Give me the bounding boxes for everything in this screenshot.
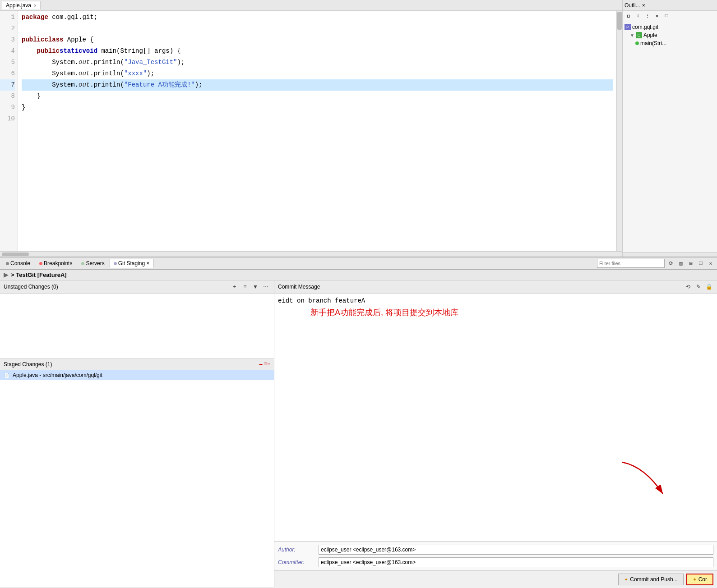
git-staging-panel: ▶ > TestGit [FeatureA] Unstaged Changes … <box>0 270 717 588</box>
editor-content: 1 2 3 4 5 6 7 8 9 10 package com.gql.git… <box>0 11 622 251</box>
outline-item-method[interactable]: main(Stri... <box>624 39 715 47</box>
line-number-4: 4 <box>0 46 15 57</box>
collapse-arrow-icon: ▼ <box>630 33 634 38</box>
outline-btn-4[interactable]: ✕ <box>653 12 661 20</box>
git-body: Unstaged Changes (0) + ≡ ▼ ⋯ Staged Chan… <box>0 280 717 588</box>
commit-committer-input[interactable] <box>319 557 713 567</box>
commit-push-icon: ✦ <box>624 577 628 583</box>
commit-header-label: Commit Message <box>278 284 320 290</box>
line-numbers: 1 2 3 4 5 6 7 8 9 10 <box>0 11 18 251</box>
staged-remove-all-icon[interactable]: ≡− <box>264 361 270 368</box>
console-dot-icon <box>6 262 9 265</box>
commit-buttons: ✦ Commit and Push... ✦ Cor <box>274 570 717 588</box>
tab-breakpoints[interactable]: Breakpoints <box>35 259 76 268</box>
bottom-tabs-bar: Console Breakpoints Servers Git Staging … <box>0 257 717 270</box>
commit-author-row: Author: <box>278 543 713 556</box>
line-number-1: 1 <box>0 12 15 23</box>
filter-area: ⟳ ▤ ⊟ □ ✕ <box>597 259 715 268</box>
unstaged-section-header: Unstaged Changes (0) + ≡ ▼ ⋯ <box>0 280 274 294</box>
commit-and-push-label: Commit and Push... <box>630 576 677 583</box>
staged-remove-icon[interactable]: − <box>259 361 263 368</box>
outline-hscroll[interactable] <box>623 252 717 257</box>
commit-header: Commit Message ⟲ ✎ 🔒 <box>274 280 717 294</box>
outline-btn-1[interactable]: ⊟ <box>624 12 633 20</box>
class-icon: C <box>636 32 642 38</box>
outline-btn-5[interactable]: □ <box>662 12 671 20</box>
staged-content: 📄 Apple.java - src/main/java/com/gql/git <box>0 370 274 588</box>
editor-tab-bar: Apple.java × <box>0 0 622 11</box>
unstaged-add-icon[interactable]: + <box>230 282 239 291</box>
line-number-3: 3 <box>0 34 15 46</box>
filter-icon-4[interactable]: □ <box>696 259 705 268</box>
git-header-icon: ▶ <box>4 271 8 278</box>
commit-icon: ✦ <box>693 577 697 583</box>
outline-btn-2[interactable]: ↕ <box>634 12 642 20</box>
code-line-1: package com.gql.git; <box>22 12 613 23</box>
editor-tab-close-icon[interactable]: × <box>34 3 37 8</box>
unstaged-menu-icon[interactable]: ≡ <box>241 282 250 291</box>
commit-button[interactable]: ✦ Cor <box>686 574 713 585</box>
outline-toolbar: ⊟ ↕ ⋮ ✕ □ <box>623 11 717 21</box>
outline-item-class[interactable]: ▼ C Apple <box>624 31 715 39</box>
staged-file-item-0[interactable]: 📄 Apple.java - src/main/java/com/gql/git <box>0 370 274 380</box>
commit-textarea-container: eidt on branch featureA 新手把A功能完成后, 将项目提交… <box>274 294 717 541</box>
tab-console[interactable]: Console <box>2 259 34 268</box>
filter-icon-2[interactable]: ▤ <box>676 259 685 268</box>
outline-item-package[interactable]: P com.gql.git <box>624 23 715 31</box>
tab-git-staging-label: Git Staging <box>118 260 145 266</box>
line-number-6: 6 <box>0 68 15 79</box>
staged-section-icons: − ≡− <box>259 361 270 368</box>
staged-file-label: Apple.java - src/main/java/com/gql/git <box>13 372 102 378</box>
commit-icon-2[interactable]: ✎ <box>694 282 703 291</box>
unstaged-section-icons: + ≡ ▼ ⋯ <box>230 282 270 291</box>
outline-package-label: com.gql.git <box>632 24 658 30</box>
outline-tree: P com.gql.git ▼ C Apple main(Stri... <box>623 21 717 252</box>
filter-icon-3[interactable]: ⊟ <box>686 259 695 268</box>
editor-vscroll-thumb[interactable] <box>617 12 622 30</box>
tab-git-staging[interactable]: Git Staging × <box>110 259 153 268</box>
filter-input[interactable] <box>597 259 665 268</box>
line-number-5: 5 <box>0 57 15 68</box>
line-number-2: 2 <box>0 23 15 34</box>
tab-servers-label: Servers <box>86 260 104 266</box>
commit-icon-3[interactable]: 🔒 <box>704 282 713 291</box>
filter-icon-5[interactable]: ✕ <box>706 259 715 268</box>
unstaged-expand-icon[interactable]: ▼ <box>251 282 260 291</box>
outline-btn-3[interactable]: ⋮ <box>643 12 652 20</box>
outline-class-label: Apple <box>643 32 657 38</box>
code-line-4: public static void main(String[] args) { <box>22 46 613 57</box>
editor-tab-apple-java[interactable]: Apple.java × <box>2 1 41 9</box>
package-icon: P <box>624 24 631 30</box>
commit-textarea[interactable]: eidt on branch featureA <box>274 294 717 541</box>
commit-label: Cor <box>698 576 707 583</box>
commit-and-push-button[interactable]: ✦ Commit and Push... <box>618 574 683 585</box>
commit-committer-label: Committer: <box>278 559 319 565</box>
servers-dot-icon <box>81 262 84 265</box>
method-dot-icon <box>635 41 639 45</box>
code-area[interactable]: package com.gql.git; public class Apple … <box>18 11 616 251</box>
line-number-8: 8 <box>0 91 15 102</box>
outline-tab-bar: Outli... × <box>623 0 717 11</box>
commit-icon-1[interactable]: ⟲ <box>684 282 693 291</box>
staged-file-icon: 📄 <box>4 372 10 378</box>
git-staging-close-icon[interactable]: × <box>146 260 149 266</box>
git-left-panel: Unstaged Changes (0) + ≡ ▼ ⋯ Staged Chan… <box>0 280 274 588</box>
editor-panel: Apple.java × 1 2 3 4 5 6 7 8 9 10 <box>0 0 622 257</box>
git-staging-dot-icon <box>114 262 117 265</box>
commit-header-icons: ⟲ ✎ 🔒 <box>684 282 713 291</box>
code-line-5: System.out.println("Java_TestGit"); <box>22 57 613 68</box>
editor-hscroll[interactable] <box>0 251 622 257</box>
filter-icon-1[interactable]: ⟳ <box>666 259 675 268</box>
code-line-3: public class Apple { <box>22 34 613 46</box>
editor-vscroll[interactable] <box>616 11 622 251</box>
outline-tab-close-icon[interactable]: × <box>642 2 645 9</box>
code-line-2 <box>22 23 613 34</box>
unstaged-more-icon[interactable]: ⋯ <box>261 282 270 291</box>
tab-servers[interactable]: Servers <box>77 259 108 268</box>
outline-panel: Outli... × ⊟ ↕ ⋮ ✕ □ P com.gql.git ▼ C <box>622 0 717 257</box>
editor-tab-label: Apple.java <box>6 2 31 9</box>
editor-hscroll-thumb[interactable] <box>2 253 29 256</box>
commit-author-input[interactable] <box>319 545 713 555</box>
breakpoints-dot-icon <box>39 262 42 265</box>
outline-tab[interactable]: Outli... × <box>624 2 645 9</box>
